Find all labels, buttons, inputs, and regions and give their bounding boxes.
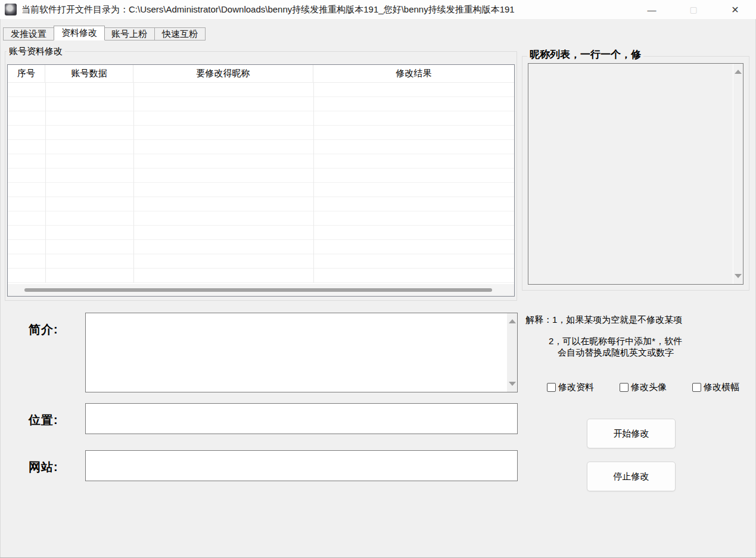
start-modify-button[interactable]: 开始修改 (587, 419, 676, 448)
website-label: 网站: (29, 459, 58, 475)
table-row (8, 197, 514, 211)
accounts-table-header: 序号 账号数据 要修改得昵称 修改结果 (8, 65, 514, 83)
accounts-table: 序号 账号数据 要修改得昵称 修改结果 (7, 64, 515, 297)
tab-account-followers[interactable]: 账号上粉 (104, 27, 155, 40)
accounts-table-body (8, 83, 514, 283)
modify-profile-checkbox[interactable] (547, 383, 556, 392)
column-divider (313, 83, 314, 283)
table-row (8, 169, 514, 183)
minimize-icon[interactable]: — (631, 0, 673, 19)
close-icon[interactable]: ✕ (714, 0, 756, 19)
tab-send-settings[interactable]: 发推设置 (3, 27, 54, 40)
column-divider (133, 83, 134, 283)
location-input[interactable] (85, 403, 518, 434)
column-header-index[interactable]: 序号 (8, 65, 45, 82)
scroll-down-icon[interactable] (735, 274, 742, 278)
column-header-new-nickname[interactable]: 要修改得昵称 (133, 65, 313, 82)
table-row (8, 154, 514, 169)
modify-profile-label: 修改资料 (558, 382, 594, 393)
tab-quick-mutual-follow[interactable]: 快速互粉 (155, 27, 206, 40)
title-bar: 当前软件打开文件目录为：C:\Users\Administrator\Downl… (0, 0, 756, 19)
modify-avatar-option: 修改头像 (620, 382, 667, 393)
account-profile-group-title: 账号资料修改 (7, 46, 65, 57)
nickname-list-input[interactable] (528, 63, 743, 285)
bio-vertical-scrollbar[interactable] (507, 313, 517, 392)
column-header-account-data[interactable]: 账号数据 (45, 65, 133, 82)
bio-input[interactable] (86, 313, 507, 392)
app-icon (5, 4, 17, 15)
location-label: 位置: (29, 412, 58, 428)
window-controls: — ▢ ✕ (631, 0, 756, 19)
modify-profile-option: 修改资料 (547, 382, 594, 393)
table-row (8, 183, 514, 197)
column-divider (45, 83, 46, 283)
modify-avatar-label: 修改头像 (631, 382, 667, 393)
table-row (8, 254, 514, 269)
stop-modify-button[interactable]: 停止修改 (587, 462, 676, 491)
application-window: 当前软件打开文件目录为：C:\Users\Administrator\Downl… (0, 0, 756, 558)
bio-label: 简介: (29, 322, 58, 338)
table-row (8, 97, 514, 111)
table-row (8, 211, 514, 226)
table-row (8, 269, 514, 283)
table-row (8, 226, 514, 240)
vertical-scrollbar[interactable] (733, 64, 743, 284)
modify-avatar-checkbox[interactable] (620, 383, 629, 392)
column-header-result[interactable]: 修改结果 (313, 65, 514, 82)
table-row (8, 111, 514, 126)
note-line-1: 解释：1，如果某项为空就是不修改某项 (525, 314, 682, 326)
horizontal-scrollbar[interactable] (8, 284, 514, 296)
note-line-3: 会自动替换成随机英文或数字 (558, 347, 674, 359)
tab-profile-edit[interactable]: 资料修改 (54, 26, 105, 40)
scroll-up-icon[interactable] (509, 319, 516, 323)
window-title: 当前软件打开文件目录为：C:\Users\Administrator\Downl… (21, 4, 515, 15)
bio-field-container (85, 313, 518, 392)
scroll-down-icon[interactable] (509, 382, 516, 386)
table-row (8, 83, 514, 97)
website-input[interactable] (85, 450, 518, 481)
table-row (8, 126, 514, 140)
nickname-list-group-title: 昵称列表，一行一个，修 (527, 49, 643, 60)
nickname-list-group: 昵称列表，一行一个，修 (522, 56, 749, 291)
table-row (8, 140, 514, 154)
tab-bar: 发推设置 资料修改 账号上粉 快速互粉 (3, 26, 206, 40)
note-line-2: 2，可以在昵称每行中添加*，软件 (549, 336, 682, 347)
modify-banner-option: 修改横幅 (692, 382, 739, 393)
account-profile-group: 账号资料修改 序号 账号数据 要修改得昵称 修改结果 (5, 51, 517, 301)
maximize-icon[interactable]: ▢ (673, 0, 714, 19)
scroll-up-icon[interactable] (735, 70, 742, 74)
modify-banner-label: 修改横幅 (704, 382, 739, 393)
horizontal-scrollbar-thumb[interactable] (24, 288, 492, 292)
modify-banner-checkbox[interactable] (692, 383, 701, 392)
table-row (8, 240, 514, 254)
